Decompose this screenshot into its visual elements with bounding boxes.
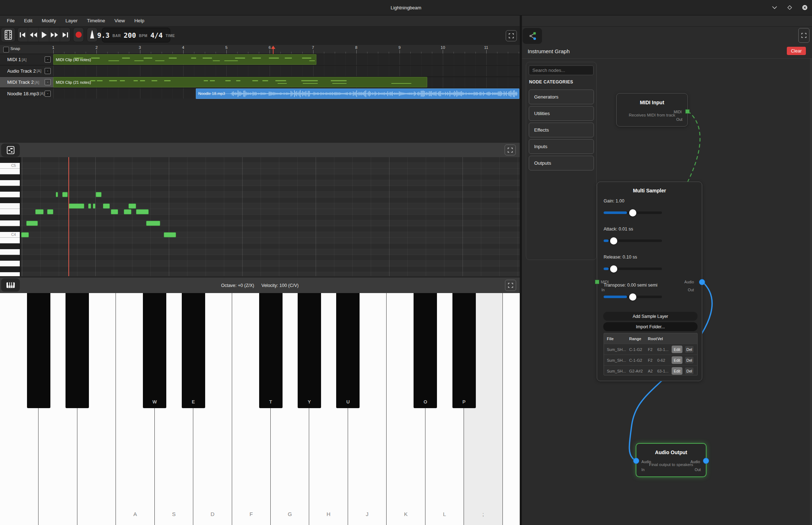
graph-fullscreen-button[interactable] (798, 28, 809, 43)
black-key-0[interactable] (27, 293, 50, 408)
category-outputs[interactable]: Outputs (529, 156, 594, 170)
fast-forward-button[interactable] (49, 28, 60, 42)
piano-roll-key-f3[interactable] (0, 272, 20, 276)
edit-sample-button[interactable]: Edit (672, 367, 682, 375)
track-mute-checkbox[interactable]: - (45, 91, 51, 97)
maximize-icon[interactable] (786, 4, 793, 11)
black-key-6[interactable]: T (259, 293, 283, 408)
category-generators[interactable]: Generators (529, 90, 594, 104)
piano-roll-toggle-button[interactable] (1, 143, 20, 157)
black-key-11[interactable]: P (452, 293, 476, 408)
piano-roll-key-as3[interactable] (0, 243, 20, 249)
midi-note[interactable] (88, 204, 91, 209)
black-key-1[interactable] (66, 293, 89, 408)
piano-roll-key-g3[interactable] (0, 261, 20, 266)
midi-note[interactable] (96, 192, 102, 197)
track-header-midi-track-2[interactable]: MIDI Track 2[A]- (0, 77, 53, 87)
midi-note[interactable] (164, 232, 176, 237)
audio-clip[interactable]: Noodle 18.mp3 (196, 88, 520, 99)
piano-roll-key-g4[interactable] (0, 192, 20, 197)
audio-out-port[interactable] (699, 279, 705, 285)
midi-note[interactable] (128, 204, 136, 209)
piano-roll-key-b3[interactable] (0, 238, 20, 243)
rewind-button[interactable] (28, 28, 39, 42)
param-slider[interactable] (604, 211, 662, 214)
midi-note[interactable] (35, 209, 44, 214)
track-header-noodle-18-mp3[interactable]: Noodle 18.mp3[A]- (0, 88, 53, 99)
keyboard-fullscreen-button[interactable] (505, 280, 516, 291)
timeline-ruler[interactable]: Snap 1234567891011 (0, 45, 520, 54)
midi-note[interactable] (26, 221, 38, 226)
black-key-10[interactable]: O (414, 293, 437, 408)
category-effects[interactable]: Effects (529, 123, 594, 137)
param-slider[interactable] (604, 239, 662, 242)
delete-sample-button[interactable]: Del (685, 367, 694, 375)
white-key-13[interactable] (503, 293, 520, 525)
audio-in-port[interactable] (633, 458, 639, 464)
category-inputs[interactable]: Inputs (529, 139, 594, 154)
delete-sample-button[interactable]: Del (685, 356, 694, 364)
slider-knob[interactable] (610, 237, 617, 245)
midi-note[interactable] (124, 209, 131, 214)
minimize-icon[interactable] (771, 4, 778, 11)
black-key-7[interactable]: Y (298, 293, 321, 408)
timeline-fullscreen-button[interactable] (506, 30, 517, 41)
menu-help[interactable]: Help (130, 15, 149, 26)
piano-roll-key-d4[interactable] (0, 220, 20, 226)
piano-roll-fullscreen-button[interactable] (505, 145, 516, 155)
piano-roll-key-c4[interactable]: C4 (0, 232, 20, 238)
midi-note[interactable] (56, 192, 58, 197)
piano-roll-key-ds4[interactable] (0, 215, 20, 220)
piano-roll-key-fs4[interactable] (0, 197, 20, 203)
track-mute-checkbox[interactable]: - (45, 79, 51, 85)
piano-roll-key-cs5[interactable] (0, 157, 20, 163)
piano-roll-key-a3[interactable] (0, 249, 20, 255)
midi-note[interactable] (146, 221, 160, 226)
piano-roll-key-cs4[interactable] (0, 226, 20, 232)
midi-note[interactable] (103, 204, 110, 209)
metronome-button[interactable] (87, 27, 98, 42)
menu-view[interactable]: View (110, 15, 130, 26)
node-midi-input[interactable]: MIDI Input Receives MIDI from track MIDI… (616, 93, 688, 127)
node-audio-output[interactable]: Audio Output Final output to speakers Au… (636, 443, 707, 477)
close-icon[interactable] (801, 4, 808, 11)
param-slider[interactable] (604, 296, 662, 298)
track-mute-checkbox[interactable]: - (45, 56, 51, 63)
add-sample-layer-button[interactable]: Add Sample Layer (603, 312, 698, 321)
film-timeline-button[interactable] (1, 27, 15, 42)
audio-out-port[interactable] (703, 458, 709, 464)
piano-roll-key-e4[interactable] (0, 209, 20, 215)
node-multi-sampler[interactable]: Multi Sampler Gain: 1.00Attack: 0.01 ssR… (597, 182, 702, 381)
midi-note[interactable] (136, 209, 149, 214)
midi-note[interactable] (62, 192, 68, 197)
piano-roll-key-c5[interactable]: C5 (0, 163, 20, 169)
midi-note[interactable] (93, 204, 95, 209)
black-key-8[interactable]: U (336, 293, 360, 408)
keyboard-toggle-button[interactable] (1, 278, 20, 292)
menu-layer[interactable]: Layer (61, 15, 82, 26)
track-header-audio-track-2[interactable]: Audio Track 2[A]- (0, 66, 53, 76)
import-folder-button[interactable]: Import Folder... (603, 322, 698, 331)
edit-sample-button[interactable]: Edit (672, 356, 682, 364)
black-key-4[interactable]: E (182, 293, 205, 408)
menu-timeline[interactable]: Timeline (82, 15, 110, 26)
graph-scrollbar[interactable] (810, 59, 812, 525)
menu-file[interactable]: File (2, 15, 19, 26)
piano-roll-key-b4[interactable] (0, 169, 20, 174)
menu-modify[interactable]: Modify (37, 15, 61, 26)
slider-knob[interactable] (610, 265, 617, 273)
track-mute-checkbox[interactable]: - (45, 68, 51, 74)
delete-sample-button[interactable]: Del (685, 346, 694, 353)
midi-note[interactable] (111, 209, 118, 214)
midi-in-port[interactable] (595, 280, 599, 284)
skip-end-button[interactable] (60, 28, 70, 42)
midi-note[interactable] (47, 209, 53, 214)
track-header-midi-1[interactable]: MIDI 1[A]- (0, 54, 53, 65)
piano-roll-key-as4[interactable] (0, 174, 20, 180)
piano-roll-key-a4[interactable] (0, 180, 20, 186)
slider-knob[interactable] (629, 293, 636, 301)
clear-graph-button[interactable]: Clear (787, 47, 806, 55)
param-slider[interactable] (604, 268, 662, 270)
black-key-3[interactable]: W (143, 293, 166, 408)
skip-start-button[interactable] (18, 28, 28, 42)
